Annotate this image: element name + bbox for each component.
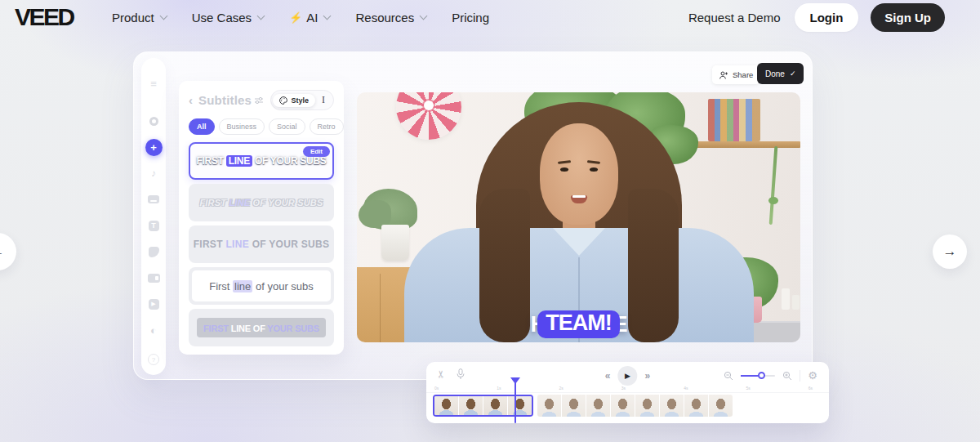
- done-label: Done: [765, 69, 785, 78]
- clip-thumbnail: [635, 395, 659, 417]
- share-label: Share: [733, 70, 753, 79]
- panel-title: Subtitles: [198, 93, 252, 107]
- sidebar-item-brand[interactable]: [145, 112, 163, 130]
- nav-item-resources[interactable]: Resources: [355, 11, 426, 25]
- nav-item-ai[interactable]: ⚡ AI: [289, 11, 330, 25]
- sidebar-item-subtitles[interactable]: [145, 190, 163, 208]
- filter-pills: All Business Social Retro: [189, 118, 334, 135]
- zoom-out-icon[interactable]: [724, 371, 733, 381]
- nav-item-label: Pricing: [452, 11, 489, 25]
- carousel-prev-button[interactable]: ←: [0, 233, 16, 270]
- sidebar-item-adjust[interactable]: ◐: [145, 321, 163, 339]
- arrow-right-icon: →: [943, 243, 957, 260]
- gear-icon[interactable]: ⚙: [808, 369, 817, 382]
- chevron-down-icon: [257, 11, 265, 20]
- plant-vine: [769, 146, 778, 225]
- nav-item-label: AI: [306, 11, 318, 25]
- edit-badge[interactable]: Edit: [303, 146, 330, 157]
- microphone-icon[interactable]: [457, 368, 465, 380]
- subtitle-style-card[interactable]: First line of your subs: [189, 267, 334, 305]
- style-preview-text: First line of your subs: [209, 280, 314, 292]
- style-toggle: Style I: [270, 90, 334, 110]
- play-icon: ▶: [149, 299, 159, 310]
- subtitle-style-card-selected[interactable]: Edit FIRST LINE OF YOUR SUBS: [189, 142, 334, 180]
- divider: [426, 392, 829, 393]
- video-preview[interactable]: HI THERE TEAM!: [357, 92, 800, 342]
- back-chevron-icon[interactable]: ‹: [189, 93, 193, 107]
- nav-menu: Product Use Cases ⚡ AI Resources Pricing: [112, 0, 489, 34]
- clip-thumbnail: [611, 395, 635, 417]
- carousel-next-button[interactable]: →: [933, 234, 967, 269]
- subtitle-style-list: Edit FIRST LINE OF YOUR SUBS FIRST LINE …: [189, 142, 334, 346]
- menu-icon[interactable]: ≡: [145, 74, 163, 92]
- style-preview-inner: First line of your subs: [192, 270, 331, 301]
- playhead[interactable]: [514, 382, 516, 423]
- wall-shelf: [680, 141, 800, 148]
- candle: [792, 295, 800, 310]
- panel-header: ‹ Subtitles Style I: [189, 90, 334, 110]
- clip-segment-selected[interactable]: [433, 395, 533, 417]
- sidebar-item-media[interactable]: [145, 269, 163, 287]
- sticker-icon: [149, 247, 159, 257]
- ruler-label: 4s: [684, 386, 688, 391]
- style-preview-text: FIRST LINE OF YOUR SUBS: [194, 239, 330, 250]
- cabinet-line: [380, 274, 381, 342]
- zoom-in-icon[interactable]: [782, 371, 792, 381]
- clip-thumbnail: [586, 395, 610, 417]
- forward-icon[interactable]: »: [645, 370, 651, 382]
- filter-social[interactable]: Social: [269, 118, 305, 135]
- filter-all[interactable]: All: [189, 118, 215, 135]
- chevron-down-icon: [323, 11, 332, 20]
- clip-thumbnail: [483, 396, 507, 415]
- sidebar-item-elements[interactable]: [145, 243, 163, 261]
- play-button[interactable]: ▶: [618, 366, 638, 386]
- nav-item-product[interactable]: Product: [112, 11, 167, 25]
- filter-retro[interactable]: Retro: [310, 118, 344, 135]
- login-button[interactable]: Login: [795, 3, 859, 32]
- presenter-hair-strand: [628, 189, 679, 342]
- tab-text-cursor[interactable]: I: [315, 92, 332, 108]
- filmstrip: [433, 395, 733, 417]
- clip-thumbnail: [508, 396, 532, 415]
- playback-controls: « ▶ »: [605, 366, 650, 386]
- sidebar-item-text[interactable]: T: [145, 217, 163, 234]
- subtitle-style-card[interactable]: FIRST LINE OF YOUR SUBS: [189, 225, 334, 263]
- subtitle-style-card[interactable]: FIRST LINE OF YOUR SUBS: [189, 309, 334, 346]
- divider: [800, 370, 800, 382]
- zoom-slider-knob[interactable]: [758, 372, 765, 379]
- subtitle-style-card[interactable]: FIRST LINE OF YOUR SUBS: [189, 184, 334, 221]
- nav-item-use-cases[interactable]: Use Cases: [192, 11, 264, 25]
- sidebar-item-record[interactable]: ▶: [145, 295, 163, 313]
- spark-icon: ⚡: [289, 11, 302, 24]
- sidebar-item-audio[interactable]: ♪: [145, 164, 163, 182]
- nav-item-label: Product: [112, 11, 154, 25]
- sidebar-item-add[interactable]: +: [145, 138, 163, 156]
- filter-business[interactable]: Business: [219, 118, 265, 135]
- sliders-icon[interactable]: [254, 96, 264, 105]
- help-icon[interactable]: ?: [148, 354, 159, 365]
- done-button[interactable]: Done ✓: [757, 63, 804, 84]
- cut-icon[interactable]: ✂: [435, 370, 447, 378]
- ruler-label: 5s: [746, 386, 750, 391]
- share-button[interactable]: Share: [712, 65, 760, 84]
- clip-thumbnail: [660, 395, 684, 417]
- rewind-icon[interactable]: «: [605, 370, 611, 382]
- signup-button[interactable]: Sign Up: [871, 3, 945, 32]
- wall-clock: [396, 92, 461, 140]
- veed-logo[interactable]: VEED: [15, 3, 74, 31]
- video-icon: [148, 274, 160, 283]
- shelf-books: [708, 99, 760, 141]
- nav-actions: Request a Demo Login Sign Up: [688, 0, 945, 34]
- request-demo-link[interactable]: Request a Demo: [688, 11, 781, 25]
- zoom-slider[interactable]: [741, 375, 775, 377]
- subtitles-icon: [148, 195, 159, 203]
- ruler-label: 2s: [559, 386, 564, 391]
- time-ruler: 0s 1s 2s 3s 4s 5s 6s: [434, 386, 813, 391]
- presenter-eye: [590, 167, 598, 172]
- nav-item-pricing[interactable]: Pricing: [452, 11, 489, 25]
- clip-segment[interactable]: [537, 395, 733, 417]
- check-icon: ✓: [790, 69, 796, 78]
- tab-style[interactable]: Style: [273, 94, 315, 107]
- subtitles-panel: ‹ Subtitles Style I All Business Social …: [179, 81, 344, 355]
- presenter-hair-strand: [479, 189, 530, 342]
